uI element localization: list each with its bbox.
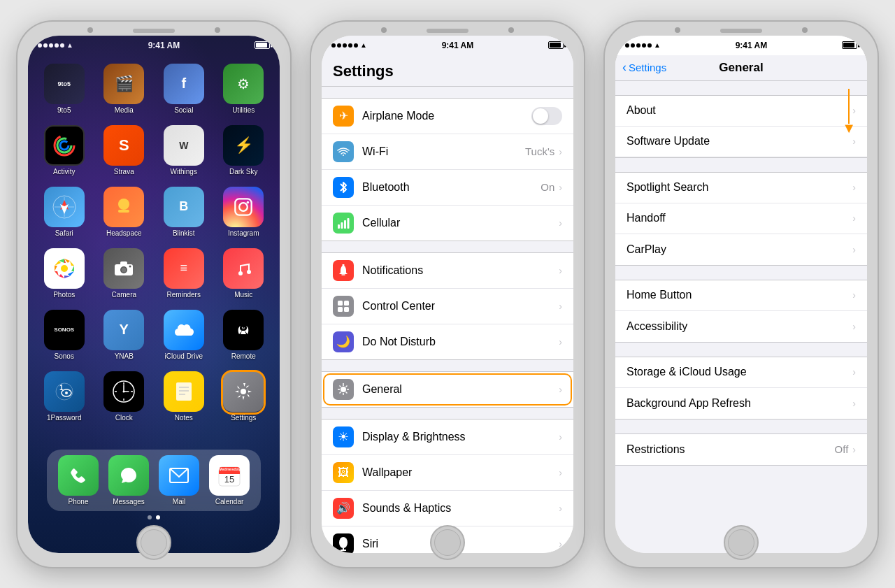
wifi-settings-icon (333, 141, 354, 162)
app-label-9to5: 9to5 (57, 106, 71, 114)
settings-title: Settings (322, 55, 573, 87)
settings-row-bluetooth[interactable]: Bluetooth On › (322, 170, 573, 206)
softwareupdate-chevron: › (852, 136, 856, 147)
svg-text:15: 15 (224, 474, 234, 485)
settings-row-donotdisturb[interactable]: 🌙 Do Not Disturb › (322, 324, 573, 359)
app-sonos[interactable]: SONOS Sonos (38, 310, 91, 360)
app-icloud[interactable]: iCloud Drive (157, 310, 210, 360)
signal-dot-s1 (331, 43, 336, 48)
app-photos[interactable]: Photos (38, 248, 91, 299)
app-reminders[interactable]: ≡ Reminders (157, 248, 210, 299)
general-row-backgroundrefresh[interactable]: Background App Refresh › (615, 388, 867, 419)
app-utilities[interactable]: ⚙ Utilities (217, 64, 271, 114)
settings-row-controlcenter[interactable]: Control Center › (322, 289, 573, 324)
app-camera[interactable]: Camera (98, 248, 151, 299)
general-row-carplay[interactable]: CarPlay › (615, 234, 867, 265)
svg-marker-15 (70, 261, 74, 266)
phone-home-button-2[interactable] (430, 525, 465, 560)
app-1password[interactable]: 1 1Password (38, 371, 91, 422)
general-group-5: Restrictions Off › (615, 433, 867, 466)
app-strava[interactable]: S Strava (98, 125, 151, 175)
app-withings[interactable]: W Withings (157, 125, 210, 175)
app-activity[interactable]: Activity (38, 125, 91, 175)
settings-screen: ▲ 9:41 AM Settings (322, 36, 573, 553)
settings-group-3: General › (322, 371, 573, 408)
app-appletv[interactable]: tv Remote (217, 310, 271, 360)
app-label-photos: Photos (53, 291, 75, 299)
phone-speaker-2 (427, 29, 468, 33)
signal-dot-s4 (348, 43, 352, 48)
general-group-1: About › Software Update › ▼ (615, 95, 867, 158)
airplane-icon-text: ✈ (339, 109, 348, 122)
svg-point-11 (239, 203, 248, 211)
general-row-about[interactable]: About › (615, 96, 867, 127)
dock-label-messages: Messages (113, 498, 145, 505)
siri-chevron: › (559, 538, 562, 550)
app-darksky[interactable]: ⚡ Dark Sky (217, 125, 271, 175)
app-icon-1password: 1 (44, 371, 85, 412)
general-row-softwareupdate[interactable]: Software Update › (615, 127, 867, 157)
phone-home-inner-3 (728, 529, 754, 556)
app-label-instagram: Instagram (228, 229, 259, 237)
svg-point-50 (241, 389, 246, 394)
dock-mail[interactable]: Mail (159, 455, 199, 505)
app-blinkist[interactable]: B Blinkist (157, 187, 210, 237)
general-row-storage[interactable]: Storage & iCloud Usage › (615, 357, 867, 388)
dock-label-calendar: Calendar (215, 498, 244, 505)
apps-grid-row2: Activity S Strava W Withings (28, 120, 280, 181)
app-label-clock: Clock (115, 414, 133, 422)
settings-row-notifications[interactable]: Notifications › (322, 253, 573, 289)
page-dot-1 (148, 515, 152, 519)
app-social[interactable]: f Social (157, 64, 210, 114)
svg-rect-65 (338, 307, 343, 312)
svg-point-2 (60, 141, 69, 150)
settings-row-wifi[interactable]: Wi-Fi Tuck's › (322, 134, 573, 170)
displaybrightness-icon: ☀ (333, 426, 354, 447)
app-instagram[interactable]: Instagram (217, 187, 271, 237)
svg-point-67 (341, 387, 346, 392)
phone-home-button-3[interactable] (724, 525, 759, 560)
restrictions-label: Restrictions (626, 443, 835, 456)
phone-camera-right-3 (802, 27, 808, 33)
general-row-homebutton[interactable]: Home Button › (615, 280, 867, 311)
settings-row-wallpaper[interactable]: 🖼 Wallpaper › (322, 455, 573, 491)
spotlight-chevron: › (852, 182, 856, 193)
settings-row-sounds[interactable]: 🔊 Sounds & Haptics › (322, 491, 573, 526)
app-settings[interactable]: Settings (217, 371, 271, 422)
app-notes[interactable]: Notes (157, 371, 210, 422)
app-ynab[interactable]: Y YNAB (98, 310, 151, 360)
page-dot-2 (156, 515, 160, 519)
wifi-chevron: › (559, 146, 562, 157)
app-headspace[interactable]: Headspace (98, 187, 151, 237)
wallpaper-chevron: › (559, 467, 562, 478)
dock-icon-calendar: Wednesday 15 (209, 455, 250, 496)
general-row-spotlight[interactable]: Spotlight Search › (615, 173, 867, 203)
general-row-handoff[interactable]: Handoff › (615, 203, 867, 234)
settings-row-general[interactable]: General › (322, 372, 573, 407)
svg-marker-18 (64, 275, 70, 278)
phone-home-button-1[interactable] (136, 525, 171, 560)
app-label-1password: 1Password (47, 414, 81, 422)
settings-row-cellular[interactable]: Cellular › (322, 206, 573, 241)
wallpaper-label: Wallpaper (362, 466, 559, 479)
settings-row-displaybrightness[interactable]: ☀ Display & Brightness › (322, 420, 573, 455)
app-safari[interactable]: Safari (38, 187, 91, 237)
general-row-accessibility[interactable]: Accessibility › (615, 311, 867, 342)
dock-calendar[interactable]: Wednesday 15 Calendar (209, 455, 250, 505)
settings-row-airplane[interactable]: ✈ Airplane Mode (322, 99, 573, 134)
orange-arrow-container: ▼ (842, 89, 856, 135)
app-music[interactable]: Music (217, 248, 271, 299)
airplane-toggle[interactable] (531, 107, 562, 125)
dock-label-mail: Mail (173, 498, 185, 505)
backgroundrefresh-chevron: › (852, 398, 856, 409)
signal-dot-s3 (343, 43, 347, 48)
general-row-restrictions[interactable]: Restrictions Off › (615, 434, 867, 465)
svg-point-37 (65, 392, 68, 394)
dock-messages[interactable]: Messages (108, 455, 149, 505)
signal-dots-3 (625, 43, 652, 48)
dock-phone[interactable]: Phone (58, 455, 99, 505)
app-9to5[interactable]: 9to5 9to5 (38, 64, 91, 114)
general-back-button[interactable]: ‹ Settings (622, 60, 666, 75)
app-clock[interactable]: Clock (98, 371, 151, 422)
app-media[interactable]: 🎬 Media (98, 64, 151, 114)
